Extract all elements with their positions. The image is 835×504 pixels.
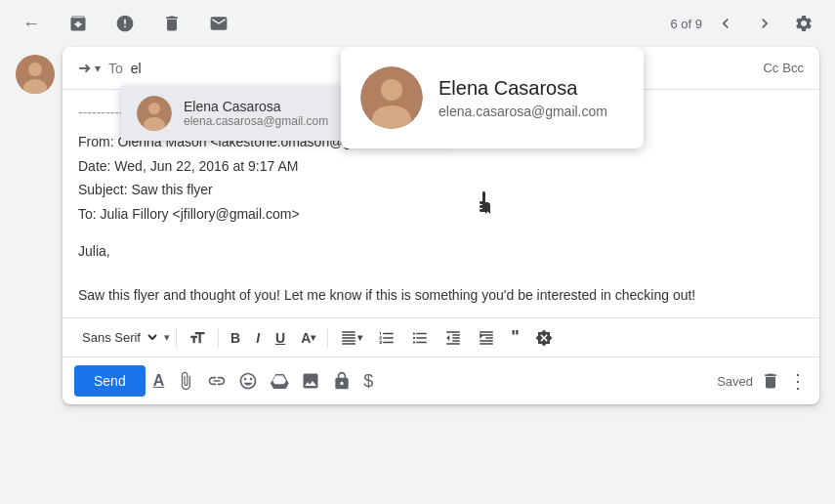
archive-icon [68, 14, 88, 33]
avatar-col [16, 47, 63, 404]
toolbar-left: ← [16, 8, 234, 39]
autocomplete-name: Elena Casarosa [184, 99, 328, 114]
blockquote-button[interactable]: " [505, 323, 525, 352]
hover-card-avatar [360, 66, 423, 129]
autocomplete-info: Elena Casarosa elena.casarosa@gmail.com [184, 99, 328, 128]
underline-button[interactable]: U [270, 326, 291, 350]
saved-text: Saved ⋮ [717, 369, 808, 393]
svg-point-1 [28, 63, 42, 76]
move-icon [209, 14, 229, 33]
italic-button[interactable]: I [250, 326, 266, 350]
font-size-icon [188, 329, 206, 347]
saved-label: Saved [717, 374, 753, 389]
bottom-icons: A $ [153, 371, 374, 392]
divider-2 [218, 328, 219, 348]
clear-format-icon [535, 329, 553, 347]
align-button[interactable]: ▾ [334, 325, 368, 351]
indent-less-icon [444, 329, 462, 347]
settings-button[interactable] [788, 8, 819, 39]
prev-button[interactable] [710, 8, 741, 39]
archive-button[interactable] [63, 8, 94, 39]
formatting-icon[interactable]: A [153, 372, 165, 390]
cc-link[interactable]: Cc [763, 61, 778, 75]
text-color-button[interactable]: A ▾ [295, 326, 321, 350]
message-text: Julia, Saw this flyer and thought of you… [78, 240, 804, 306]
divider-3 [327, 328, 328, 348]
main-area: ➜ ▾ To Cc Bcc ---------- Forwarded messa… [0, 47, 835, 412]
link-icon[interactable] [207, 371, 227, 391]
indent-more-button[interactable] [472, 325, 501, 351]
chevron-down-icon[interactable]: ▾ [95, 62, 101, 75]
align-icon [340, 329, 357, 347]
hover-card-info: Elena Casarosa elena.casarosa@gmail.com [438, 77, 607, 119]
more-options-button[interactable]: ⋮ [788, 369, 808, 393]
delete-icon [162, 14, 182, 33]
move-button[interactable] [203, 8, 234, 39]
hover-card: Elena Casarosa elena.casarosa@gmail.com [341, 47, 644, 148]
message-body: Saw this flyer and thought of you! Let m… [78, 284, 804, 306]
compose-box: ➜ ▾ To Cc Bcc ---------- Forwarded messa… [63, 47, 819, 404]
message-greeting: Julia, [78, 240, 804, 262]
text-color-label: A [301, 330, 311, 346]
attach-file-icon[interactable] [176, 371, 195, 391]
to-line: To: Julia Fillory <jfillory@gmail.com> [78, 203, 804, 225]
forward-icon: ➜ [78, 59, 91, 77]
back-button[interactable]: ← [16, 8, 47, 39]
next-button[interactable] [749, 8, 780, 39]
next-icon [755, 14, 774, 33]
send-button[interactable]: Send [74, 365, 146, 397]
hover-card-email: elena.casarosa@gmail.com [438, 104, 607, 119]
font-select[interactable]: Sans Serif [74, 327, 160, 348]
bottom-bar: Send A [63, 357, 819, 404]
autocomplete-email: elena.casarosa@gmail.com [184, 114, 328, 128]
cc-bcc-links: Cc Bcc [763, 61, 804, 75]
unordered-list-icon [411, 329, 429, 347]
lock-icon[interactable] [332, 371, 352, 391]
indent-less-button[interactable] [438, 325, 468, 351]
bcc-link[interactable]: Bcc [782, 61, 804, 75]
top-toolbar: ← 6 of 9 [0, 0, 835, 47]
clear-format-button[interactable] [529, 325, 559, 351]
svg-point-4 [148, 103, 160, 114]
spam-icon [115, 14, 135, 33]
date-line: Date: Wed, Jun 22, 2016 at 9:17 AM [78, 155, 804, 177]
to-label: To [108, 61, 123, 76]
indent-more-icon [478, 329, 495, 347]
emoji-icon[interactable] [238, 371, 258, 391]
photo-icon[interactable] [301, 371, 320, 391]
svg-point-7 [381, 79, 402, 101]
subject-line: Subject: Saw this flyer [78, 179, 804, 200]
drive-icon[interactable] [270, 371, 289, 391]
font-chevron: ▾ [164, 331, 170, 344]
prev-icon [716, 14, 735, 33]
avatar [16, 55, 55, 94]
discard-button[interactable] [761, 371, 780, 391]
dollar-icon[interactable]: $ [363, 371, 373, 392]
settings-icon [794, 14, 814, 33]
pagination-text: 6 of 9 [670, 17, 702, 31]
spam-button[interactable] [109, 8, 141, 39]
hover-card-name: Elena Casarosa [438, 77, 607, 100]
bold-button[interactable]: B [225, 326, 246, 350]
unordered-list-button[interactable] [405, 325, 435, 351]
ordered-list-icon [378, 329, 396, 347]
delete-button[interactable] [156, 8, 188, 39]
format-toolbar: Sans Serif ▾ B I U A ▾ ▾ [63, 317, 819, 357]
font-size-button[interactable] [183, 325, 212, 351]
color-chevron: ▾ [311, 332, 315, 343]
ordered-list-button[interactable] [372, 325, 401, 351]
autocomplete-avatar [137, 96, 172, 131]
back-icon: ← [22, 14, 40, 34]
divider-1 [176, 328, 177, 348]
toolbar-right: 6 of 9 [670, 8, 819, 39]
